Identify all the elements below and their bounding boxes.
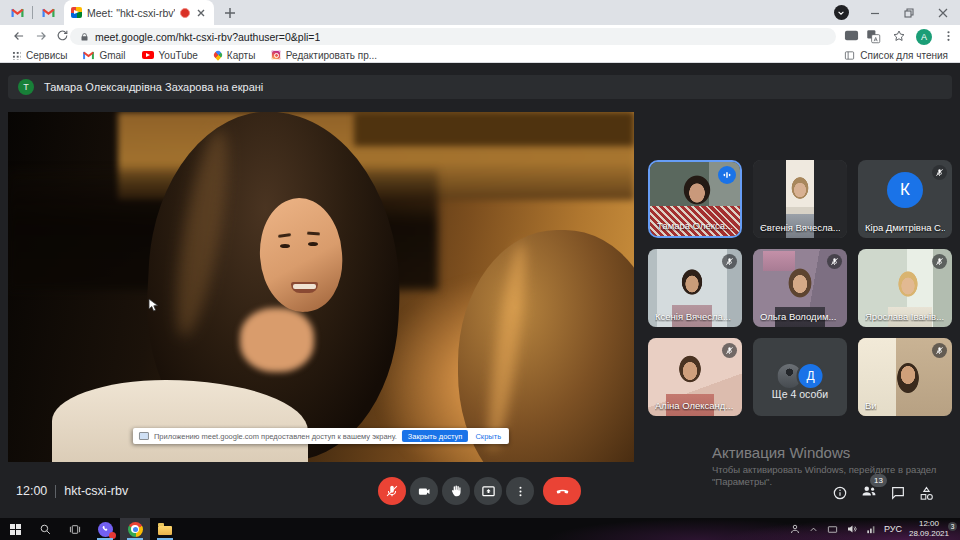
pinned-tab-gmail[interactable] — [2, 0, 32, 25]
display-tray-icon[interactable] — [826, 524, 839, 535]
language-indicator[interactable]: РУС — [884, 524, 902, 534]
camera-toggle-button[interactable] — [410, 477, 438, 505]
participant-name: Кіра Дмитрівна С... — [865, 222, 945, 233]
start-button[interactable] — [0, 518, 30, 540]
meeting-code: hkt-csxi-rbv — [64, 484, 128, 498]
participant-tile-alina[interactable]: Аліна Олександ... — [648, 338, 742, 416]
bookmark-gmail[interactable]: Gmail — [83, 50, 125, 61]
task-view-button[interactable] — [60, 518, 90, 540]
participant-tile-kseniia[interactable]: Ксенія Вячесла... — [648, 249, 742, 327]
meet-app: Т Тамара Олександрівна Захарова на екран… — [0, 63, 960, 518]
viber-notification-badge — [109, 532, 116, 539]
participant-tile-kira[interactable]: К Кіра Дмитрівна С... — [858, 160, 952, 238]
hide-infobar-button[interactable]: Скрыть — [473, 431, 503, 442]
minimize-button[interactable] — [858, 0, 892, 25]
participant-name: Тамара Олекса... — [657, 220, 733, 231]
present-screen-button[interactable] — [474, 477, 502, 505]
screen-share-infobar: Приложению meet.google.com предоставлен … — [133, 428, 509, 444]
reading-list-icon — [844, 50, 855, 61]
self-view-tile[interactable]: Ви — [858, 338, 952, 416]
translate-icon[interactable] — [866, 29, 881, 44]
back-button[interactable] — [12, 29, 26, 43]
chevron-down-icon — [837, 9, 845, 17]
screen: Meet: "hkt-csxi-rbv" meet.google.com/hkt… — [0, 0, 960, 540]
bookmark-label: YouTube — [159, 50, 198, 61]
mic-toggle-button[interactable] — [378, 477, 406, 505]
taskbar-app-viber[interactable] — [90, 518, 120, 540]
avatar-letter: К — [900, 180, 910, 200]
leave-call-button[interactable] — [543, 477, 581, 505]
present-icon — [481, 484, 496, 499]
people-tray-icon[interactable] — [789, 523, 801, 535]
media-indicator-icon[interactable] — [844, 29, 859, 42]
taskbar-app-explorer[interactable] — [150, 518, 180, 540]
chat-panel-button[interactable] — [890, 485, 906, 501]
more-options-button[interactable] — [506, 477, 534, 505]
browser-menu-icon[interactable] — [942, 29, 955, 43]
participant-avatar: К — [887, 172, 923, 208]
tab-title: Meet: "hkt-csxi-rbv" — [87, 7, 175, 19]
meeting-panels: 13 — [832, 482, 935, 504]
refresh-button[interactable] — [56, 29, 69, 42]
search-button[interactable] — [30, 518, 60, 540]
lock-icon[interactable] — [80, 32, 89, 42]
participant-name: Євгенія Вячесла... — [760, 222, 840, 233]
maps-pin-icon — [212, 49, 223, 60]
bookmark-instagram[interactable]: Редактировать пр... — [271, 50, 377, 61]
divider — [55, 485, 56, 498]
more-options-icon — [514, 485, 527, 498]
stop-sharing-button[interactable]: Закрыть доступ — [402, 430, 469, 442]
watermark-title: Активация Windows — [712, 444, 936, 461]
url-bar[interactable]: meet.google.com/hkt-csxi-rbv?authuser=0&… — [70, 28, 836, 45]
participant-name: Ольга Володим... — [760, 311, 836, 322]
bookmark-label: Gmail — [99, 50, 125, 61]
participant-tile-tamara[interactable]: Тамара Олекса... — [648, 160, 742, 238]
tray-expand-icon[interactable] — [808, 524, 819, 535]
more-participants-tile[interactable]: Д Ще 4 особи — [753, 338, 847, 416]
bookmarks-bar: Сервисы Gmail YouTube Карты Редактироват… — [0, 48, 960, 63]
presenter-avatar-letter: Т — [23, 82, 29, 92]
system-tray: РУС 12:00 28.09.2021 3 — [789, 518, 956, 540]
network-icon[interactable] — [865, 524, 877, 535]
participant-tile-olha[interactable]: Ольга Володим... — [753, 249, 847, 327]
restore-button[interactable] — [892, 0, 926, 25]
video-face-teeth — [293, 284, 316, 289]
taskbar-app-chrome[interactable] — [120, 518, 150, 540]
tab-meet[interactable]: Meet: "hkt-csxi-rbv" — [64, 0, 214, 25]
profile-avatar[interactable]: A — [916, 29, 932, 45]
video-woman-neck — [240, 308, 314, 372]
participant-name: Аліна Олександ... — [655, 400, 733, 411]
bookmark-youtube[interactable]: YouTube — [142, 50, 198, 61]
bookmark-label: Карты — [227, 50, 256, 61]
bookmark-star-icon[interactable] — [892, 29, 906, 43]
bookmark-maps[interactable]: Карты — [214, 50, 256, 61]
participant-tile-yevheniia[interactable]: Євгенія Вячесла... — [753, 160, 847, 238]
video-face-eye — [308, 242, 318, 246]
profile-menu-button[interactable] — [824, 0, 858, 25]
bookmark-label: Сервисы — [26, 50, 67, 61]
close-window-button[interactable] — [926, 0, 960, 25]
browser-toolbar: meet.google.com/hkt-csxi-rbv?authuser=0&… — [0, 25, 960, 48]
video-scene-ceiling — [354, 112, 634, 146]
taskbar-clock[interactable]: 12:00 28.09.2021 — [909, 519, 949, 538]
shared-screen-video[interactable]: Приложению meet.google.com предоставлен … — [8, 112, 634, 462]
volume-icon[interactable] — [846, 523, 858, 535]
pinned-tab-gmail-2[interactable] — [33, 0, 63, 25]
meeting-details-button[interactable] — [832, 485, 848, 501]
presenter-avatar: Т — [18, 79, 34, 95]
tab-strip: Meet: "hkt-csxi-rbv" — [0, 0, 960, 25]
new-tab-button[interactable] — [222, 5, 238, 21]
gmail-icon — [11, 8, 24, 18]
participants-panel-button[interactable]: 13 — [860, 482, 878, 504]
raise-hand-button[interactable] — [442, 477, 470, 505]
forward-button[interactable] — [34, 29, 48, 43]
close-tab-icon[interactable] — [195, 7, 207, 19]
reading-list-button[interactable]: Список для чтения — [844, 50, 948, 61]
activities-button[interactable] — [918, 485, 935, 502]
profile-avatar-letter: A — [921, 32, 927, 42]
bookmark-services[interactable]: Сервисы — [12, 50, 67, 61]
window-controls — [824, 0, 960, 25]
taskbar-time: 12:00 — [909, 519, 949, 529]
participant-tile-yaroslava[interactable]: Ярослава Іванів... — [858, 249, 952, 327]
participants-count-badge: 13 — [870, 474, 887, 487]
